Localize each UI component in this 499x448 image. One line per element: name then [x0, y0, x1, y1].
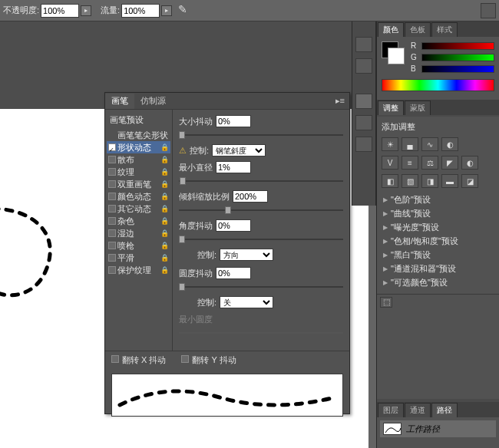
round-jitter-slider[interactable] [179, 283, 343, 291]
balance-icon[interactable]: ⚖ [421, 156, 438, 170]
preset-item[interactable]: ▶"色阶"预设 [382, 193, 494, 206]
checkbox-icon[interactable] [108, 217, 116, 225]
brush-option-形状动态[interactable]: 形状动态🔒 [107, 141, 170, 153]
toolbar-right-icon[interactable] [481, 3, 496, 18]
exposure-icon[interactable]: ◐ [441, 137, 458, 151]
lock-icon: 🔒 [160, 254, 169, 262]
tilt-scale-slider[interactable] [179, 206, 343, 214]
g-slider[interactable] [421, 54, 494, 61]
preset-item[interactable]: ▶"通道混和器"预设 [382, 262, 494, 275]
tab-masks[interactable]: 蒙版 [405, 100, 431, 115]
opacity-dropdown[interactable]: ▸ [81, 5, 91, 16]
brush-option-label: 杂色 [117, 216, 134, 227]
g-label: G [411, 53, 418, 61]
brush-option-湿边[interactable]: 湿边🔒 [107, 227, 170, 239]
tab-clone-source[interactable]: 仿制源 [134, 94, 172, 109]
control3-select[interactable]: 关 [220, 296, 273, 308]
control1-select[interactable]: 钢笔斜度 [212, 144, 266, 156]
background-swatch[interactable] [388, 48, 405, 64]
flip-y-checkbox[interactable]: 翻转 Y 抖动 [181, 354, 236, 366]
levels-icon[interactable]: ▄ [402, 137, 418, 151]
work-path-row[interactable]: 工作路径 [380, 420, 496, 437]
round-jitter-input[interactable] [216, 267, 251, 279]
invert-icon[interactable]: ◧ [382, 174, 398, 188]
size-jitter-input[interactable] [216, 115, 251, 127]
min-round-slider [179, 329, 343, 337]
bw-icon[interactable]: ◤ [441, 156, 458, 170]
curves-icon[interactable]: ∿ [421, 137, 438, 151]
brush-option-喷枪[interactable]: 喷枪🔒 [107, 239, 170, 252]
tab-layers[interactable]: 图层 [378, 403, 404, 417]
posterize-icon[interactable]: ▧ [402, 174, 418, 188]
r-slider[interactable] [421, 42, 494, 50]
tab-channels[interactable]: 通道 [405, 403, 431, 417]
flip-x-checkbox[interactable]: 翻转 X 抖动 [111, 354, 166, 366]
dock-history-icon[interactable] [355, 37, 372, 52]
preset-item[interactable]: ▶"色相/饱和度"预设 [382, 234, 494, 248]
brush-option-其它动态[interactable]: 其它动态🔒 [107, 203, 170, 215]
flow-input[interactable] [121, 4, 160, 18]
disclosure-icon: ▶ [383, 252, 388, 259]
checkbox-icon[interactable] [108, 254, 116, 262]
checkbox-icon[interactable] [108, 193, 116, 200]
disclosure-icon: ▶ [383, 224, 388, 231]
brush-option-保护纹理[interactable]: 保护纹理🔒 [107, 264, 170, 276]
tab-brush[interactable]: 画笔 [105, 94, 134, 109]
preset-item[interactable]: ▶"曝光度"预设 [382, 220, 494, 234]
gradient-map-icon[interactable]: ▬ [441, 174, 458, 188]
brush-preview [111, 374, 343, 417]
tab-paths[interactable]: 路径 [431, 403, 458, 417]
brush-option-颜色动态[interactable]: 颜色动态🔒 [107, 190, 170, 203]
selective-color-icon[interactable]: ◪ [461, 174, 478, 188]
control2-select[interactable]: 方向 [220, 249, 273, 261]
checkbox-icon[interactable] [108, 168, 116, 176]
brush-panel-tabs: 画笔 仿制源 ▸≡ [105, 93, 349, 110]
spectrum-ramp[interactable] [382, 79, 494, 91]
checkbox-icon[interactable] [108, 180, 116, 188]
size-jitter-slider[interactable] [179, 131, 343, 139]
adjust-footer-icon[interactable]: ⬚ [380, 297, 392, 308]
preset-item[interactable]: ▶"曲线"预设 [382, 206, 494, 220]
tilt-scale-input[interactable] [233, 190, 268, 203]
checkbox-icon[interactable] [108, 143, 116, 151]
tab-swatches[interactable]: 色板 [405, 22, 431, 37]
checkbox-icon[interactable] [108, 242, 116, 249]
checkbox-icon[interactable] [108, 156, 116, 163]
tab-styles[interactable]: 样式 [431, 22, 458, 37]
flow-dropdown[interactable]: ▸ [161, 5, 172, 16]
dock-actions-icon[interactable] [355, 58, 372, 74]
tab-color[interactable]: 颜色 [378, 22, 404, 37]
checkbox-icon[interactable] [108, 229, 116, 237]
airbrush-icon[interactable]: ✎ [178, 3, 193, 18]
panel-menu-icon[interactable]: ▸≡ [331, 96, 349, 106]
brush-option-杂色[interactable]: 杂色🔒 [107, 215, 170, 227]
tab-adjustments[interactable]: 调整 [378, 100, 404, 115]
hue-icon[interactable]: ≡ [402, 156, 418, 170]
brush-option-双重画笔[interactable]: 双重画笔🔒 [107, 178, 170, 190]
b-slider[interactable] [421, 65, 494, 73]
preset-item[interactable]: ▶"可选颜色"预设 [382, 275, 494, 289]
min-diameter-input[interactable] [216, 161, 251, 173]
disclosure-icon: ▶ [383, 196, 388, 203]
dock-clone-icon[interactable] [355, 115, 372, 130]
checkbox-icon[interactable] [108, 205, 116, 212]
dock-char-icon[interactable] [355, 137, 372, 152]
checkbox-icon[interactable] [108, 266, 116, 274]
opacity-input[interactable] [41, 4, 79, 18]
brush-option-散布[interactable]: 散布🔒 [107, 153, 170, 166]
angle-jitter-slider[interactable] [179, 236, 343, 243]
vibrance-icon[interactable]: V [382, 156, 398, 170]
brush-presets-title[interactable]: 画笔预设 [107, 113, 170, 127]
add-adjustment-title: 添加调整 [382, 121, 494, 133]
brush-option-平滑[interactable]: 平滑🔒 [107, 252, 170, 264]
brightness-icon[interactable]: ☀ [382, 137, 398, 151]
brush-option-画笔笔尖形状[interactable]: 画笔笔尖形状 [107, 129, 170, 141]
min-diameter-slider[interactable] [179, 177, 343, 185]
angle-jitter-input[interactable] [216, 219, 251, 232]
threshold-icon[interactable]: ◨ [421, 174, 438, 188]
dock-brush-icon[interactable] [355, 94, 372, 109]
brush-option-纹理[interactable]: 纹理🔒 [107, 166, 170, 178]
photo-filter-icon[interactable]: ◐ [461, 156, 478, 170]
preset-item[interactable]: ▶"黑白"预设 [382, 248, 494, 262]
opacity-label: 不透明度: [3, 5, 39, 16]
